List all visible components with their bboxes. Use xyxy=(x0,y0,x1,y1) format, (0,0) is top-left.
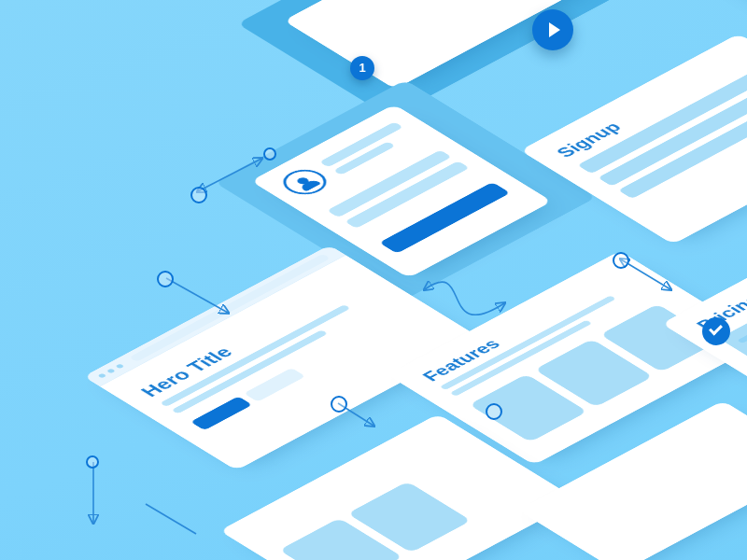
traffic-lights xyxy=(97,364,124,379)
feature-tile xyxy=(600,304,719,372)
browser-chrome xyxy=(83,245,345,387)
placeholder-line xyxy=(450,320,592,397)
secondary-button[interactable] xyxy=(244,368,305,402)
card-user[interactable] xyxy=(250,105,552,278)
feature-tile xyxy=(469,374,587,442)
card-edge-bottom-b xyxy=(518,400,747,560)
user-icon xyxy=(275,164,335,199)
isometric-canvas: Hero Title Signup Features Pricing xyxy=(0,0,747,560)
card-edge-right xyxy=(665,0,747,15)
feature-tile xyxy=(347,482,472,553)
card-signup[interactable]: Signup xyxy=(520,34,747,245)
feature-tile xyxy=(534,339,653,407)
url-bar xyxy=(129,254,331,362)
hero-title: Hero Title xyxy=(135,343,238,400)
cta-button[interactable] xyxy=(190,397,252,431)
sitemap-diagram: Hero Title Signup Features Pricing xyxy=(0,0,747,560)
placeholder-line xyxy=(440,295,616,390)
placeholder-line xyxy=(160,304,350,407)
feature-tile xyxy=(279,518,403,560)
features-title: Features xyxy=(418,336,505,385)
pricing-title: Pricing xyxy=(692,292,747,333)
card-features[interactable]: Features xyxy=(388,251,747,465)
placeholder-line xyxy=(172,329,329,413)
